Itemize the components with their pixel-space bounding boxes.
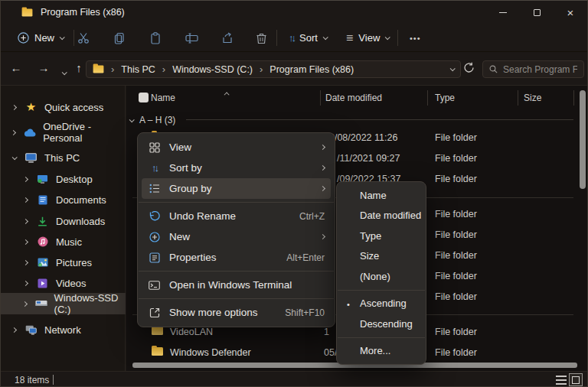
breadcrumb-current-folder[interactable]: Program Files (x86) (270, 64, 354, 75)
refresh-button[interactable] (463, 62, 479, 77)
vertical-scrollbar[interactable] (580, 90, 586, 189)
close-button[interactable]: × (554, 1, 587, 24)
sidebar-item-this-pc[interactable]: This PC (1, 147, 126, 168)
menu-item-show-more-options[interactable]: Show more options Shift+F10 (142, 302, 331, 323)
group-by-icon (148, 184, 161, 194)
menu-item-sort-by[interactable]: ↑↓ Sort by (142, 158, 331, 178)
column-name[interactable]: Name (151, 93, 175, 103)
sidebar-item-label: Music (56, 236, 82, 248)
expand-icon[interactable] (21, 240, 29, 244)
column-divider[interactable] (518, 90, 518, 106)
sidebar-item-pictures[interactable]: Pictures (1, 252, 126, 273)
file-type: File folder (435, 174, 477, 184)
new-button[interactable]: New (11, 28, 70, 48)
paste-icon (149, 32, 162, 44)
menu-item-new[interactable]: New (142, 226, 331, 247)
file-type: File folder (435, 347, 477, 358)
chevron-down-icon (61, 70, 67, 75)
file-explorer-window: Program Files (x86) × New (0, 0, 588, 387)
icons-view-icon (572, 376, 580, 384)
toolbar-separator (276, 30, 277, 46)
expand-icon[interactable] (10, 131, 17, 135)
drive-icon (35, 299, 47, 308)
collapse-icon[interactable] (10, 156, 18, 160)
column-size[interactable]: Size (524, 93, 541, 103)
window-title: Program Files (x86) (41, 7, 125, 18)
breadcrumb-this-pc[interactable]: This PC (121, 64, 155, 75)
more-options-button[interactable]: ••• (403, 28, 427, 48)
select-all-checkbox[interactable] (139, 93, 149, 102)
search-box[interactable] (482, 60, 584, 78)
copy-button[interactable] (112, 31, 127, 46)
submenu-item-date-modified[interactable]: Date modified (340, 206, 423, 226)
group-header[interactable]: A – H (3) (129, 113, 175, 127)
music-icon (36, 236, 49, 247)
rename-icon (185, 32, 198, 44)
menu-item-group-by[interactable]: Group by (142, 178, 331, 199)
icons-view-button[interactable] (569, 373, 583, 386)
back-button[interactable]: ← (7, 61, 25, 76)
details-view-button[interactable] (556, 376, 567, 385)
menu-item-undo-rename[interactable]: Undo Rename Ctrl+Z (142, 206, 331, 226)
sidebar-item-downloads[interactable]: Downloads (1, 210, 126, 232)
menu-item-properties[interactable]: Properties Alt+Enter (142, 247, 331, 268)
menu-item-open-in-windows-terminal[interactable]: Open in Windows Terminal (142, 275, 331, 295)
column-divider[interactable] (427, 90, 428, 106)
search-input[interactable] (503, 64, 577, 75)
sidebar-item-quick-access[interactable]: ★ Quick access (1, 96, 126, 118)
expand-icon[interactable] (10, 106, 18, 109)
copy-icon (113, 32, 126, 44)
sidebar-item-desktop[interactable]: Desktop (1, 168, 126, 190)
submenu-item-name[interactable]: Name (340, 185, 423, 206)
cut-button[interactable] (76, 31, 91, 46)
menu-item-view[interactable]: View (142, 137, 331, 158)
column-divider[interactable] (573, 90, 574, 106)
toolbar-separator (397, 30, 398, 46)
submenu-item-none[interactable]: (None) (340, 266, 423, 287)
column-type[interactable]: Type (435, 93, 455, 103)
expand-icon[interactable] (21, 177, 29, 181)
rename-button[interactable] (184, 31, 199, 46)
view-dropdown[interactable]: ≡ View (340, 28, 395, 48)
breadcrumb-drive[interactable]: Windows-SSD (C:) (172, 64, 253, 75)
expand-icon[interactable] (21, 261, 29, 265)
column-divider[interactable] (320, 90, 321, 106)
delete-button[interactable] (253, 31, 269, 46)
submenu-item-descending[interactable]: Descending (340, 314, 423, 334)
submenu-item-type[interactable]: Type (340, 226, 423, 246)
expand-icon[interactable] (21, 302, 28, 306)
network-icon (24, 325, 38, 335)
shortcut: Shift+F10 (285, 307, 325, 318)
sidebar-item-label: Pictures (56, 257, 92, 268)
minimize-button[interactable] (486, 1, 520, 24)
sidebar-item-music[interactable]: Music (1, 231, 126, 252)
submenu-item-size[interactable]: Size (340, 246, 423, 267)
address-field[interactable]: › This PC › Windows-SSD (C:) › Program F… (86, 60, 461, 78)
expand-icon[interactable] (21, 220, 29, 223)
address-dropdown-icon[interactable] (450, 66, 456, 71)
submenu-item-more[interactable]: More... (340, 341, 423, 362)
expand-icon[interactable] (21, 281, 29, 285)
sidebar-item-videos[interactable]: Videos (1, 272, 126, 294)
forward-button[interactable]: → (34, 61, 53, 76)
pictures-icon (36, 258, 49, 267)
sidebar-item-onedrive[interactable]: OneDrive - Personal (1, 122, 126, 143)
maximize-button[interactable] (520, 1, 554, 24)
sidebar-item-network[interactable]: Network (1, 319, 126, 340)
column-headers: Name Date modified Type Size (126, 87, 588, 109)
submenu-item-ascending[interactable]: • Ascending (340, 294, 423, 314)
sidebar-item-documents[interactable]: Documents (1, 189, 126, 210)
sidebar-item-label: Desktop (56, 174, 93, 185)
column-date-modified[interactable]: Date modified (325, 93, 382, 103)
expand-icon[interactable] (21, 198, 29, 202)
sidebar-item-windows-ssd[interactable]: Windows-SSD (C:) (1, 293, 126, 314)
sidebar-item-label: Videos (56, 278, 87, 289)
addressbar: ← → ↑ › This PC › Windows-SSD (C:) › Pro… (1, 52, 587, 86)
sort-ascending-icon (226, 87, 230, 98)
monitor-icon (24, 153, 38, 163)
paste-button[interactable] (148, 31, 163, 46)
share-button[interactable] (220, 31, 235, 46)
sort-dropdown[interactable]: ↑↓ Sort (283, 28, 333, 48)
search-icon (489, 64, 498, 74)
expand-icon[interactable] (10, 328, 18, 332)
